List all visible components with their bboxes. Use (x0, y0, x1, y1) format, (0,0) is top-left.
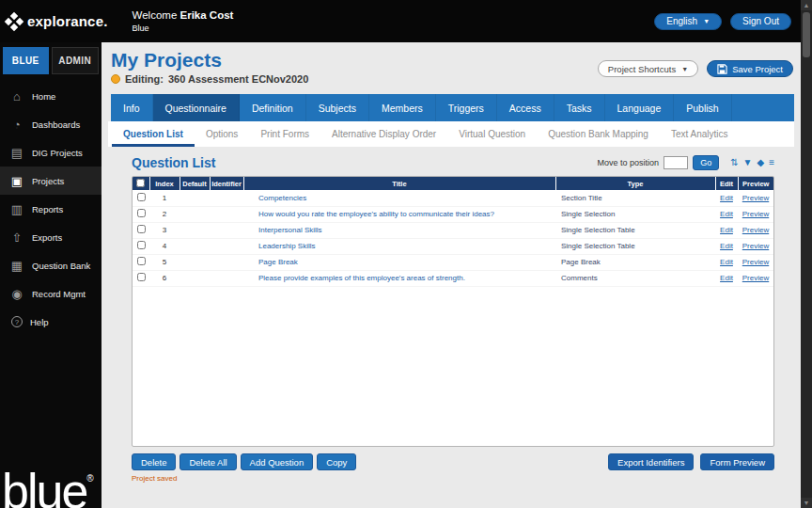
delete-button[interactable]: Delete (132, 453, 176, 470)
edit-link[interactable]: Edit (720, 210, 733, 218)
preview-link[interactable]: Preview (742, 258, 769, 266)
sign-out-button[interactable]: Sign Out (730, 13, 791, 30)
column-header-index[interactable]: Index (149, 177, 180, 190)
tab-language[interactable]: Language (605, 94, 675, 121)
position-input[interactable] (664, 156, 688, 169)
question-title-link[interactable]: Competencies (258, 194, 306, 202)
user-name: Erika Cost (180, 9, 234, 21)
question-list-title: Question List (132, 155, 215, 170)
tab-members[interactable]: Members (369, 94, 436, 121)
column-header-identifier[interactable]: Identifier (210, 177, 243, 190)
tab-subjects[interactable]: Subjects (306, 94, 369, 121)
form-preview-button[interactable]: Form Preview (700, 453, 774, 470)
sidebar: BLUE ADMIN ⌂ Home ◔ Dashboards ▤ DIG Pro… (0, 42, 102, 508)
preview-link[interactable]: Preview (742, 226, 769, 234)
sidebar-item-dashboards[interactable]: ◔ Dashboards (0, 110, 102, 138)
row-checkbox[interactable] (137, 225, 146, 233)
reorder-icon[interactable]: ◆ (757, 158, 764, 167)
collapse-all-icon[interactable]: ▼ (743, 158, 753, 167)
tab-definition[interactable]: Definition (240, 94, 306, 121)
subtab-question-list[interactable]: Question List (112, 121, 195, 147)
row-index: 5 (149, 254, 180, 270)
subtab-alternative-display-order[interactable]: Alternative Display Order (320, 121, 447, 147)
question-title-link[interactable]: Please provide examples of this employee… (258, 274, 465, 282)
language-dropdown[interactable]: English ▼ (654, 13, 722, 30)
project-shortcuts-label: Project Shortcuts (608, 64, 676, 74)
sidebar-item-label: Question Bank (32, 261, 90, 271)
row-index: 4 (149, 238, 180, 254)
tab-questionnaire[interactable]: Questionnaire (153, 94, 240, 121)
sidebar-tab-blue[interactable]: BLUE (3, 47, 49, 74)
question-title-link[interactable]: How would you rate the employee's abilit… (258, 210, 494, 218)
sidebar-item-record-mgmt[interactable]: ◉ Record Mgmt (0, 279, 102, 308)
sidebar-item-dig-projects[interactable]: ▤ DIG Projects (0, 138, 102, 167)
sidebar-item-help[interactable]: ? Help (0, 308, 102, 336)
edit-link[interactable]: Edit (720, 194, 733, 202)
projects-icon: ▣ (9, 175, 24, 187)
add-question-button[interactable]: Add Question (241, 453, 314, 470)
subtab-options[interactable]: Options (195, 121, 249, 147)
sidebar-item-question-bank[interactable]: ▦ Question Bank (0, 251, 102, 279)
dig-projects-icon: ▤ (9, 147, 24, 159)
subtab-virtual-question[interactable]: Virtual Question (447, 121, 537, 147)
subtab-print-forms[interactable]: Print Forms (249, 121, 320, 147)
question-title-link[interactable]: Interpersonal Skills (258, 226, 322, 234)
edit-link[interactable]: Edit (720, 242, 733, 250)
tab-triggers[interactable]: Triggers (436, 94, 497, 121)
topbar: explorance. Welcome Erika Cost Blue Engl… (0, 0, 801, 42)
row-checkbox[interactable] (137, 257, 146, 265)
sidebar-item-exports[interactable]: ⇧ Exports (0, 223, 102, 251)
tab-access[interactable]: Access (497, 94, 554, 121)
edit-link[interactable]: Edit (720, 258, 733, 266)
tab-tasks[interactable]: Tasks (554, 94, 605, 121)
sort-descending-icon[interactable]: ≡ (769, 158, 774, 167)
explorance-diamond-icon (7, 14, 22, 29)
question-type: Comments (555, 270, 715, 286)
app-screen: explorance. Welcome Erika Cost Blue Engl… (0, 0, 812, 508)
subtab-question-bank-mapping[interactable]: Question Bank Mapping (537, 121, 660, 147)
column-header-default[interactable]: Default (180, 177, 210, 190)
scroll-up-arrow-icon[interactable]: ▲ (801, 0, 812, 10)
move-to-position-controls: Move to position Go ⇅ ▼ ◆ ≡ (598, 155, 774, 170)
preview-link[interactable]: Preview (742, 242, 769, 250)
copy-button[interactable]: Copy (317, 453, 356, 470)
question-title-link[interactable]: Leadership Skills (258, 242, 315, 250)
save-disk-icon (717, 64, 727, 74)
column-header-type[interactable]: Type (555, 177, 715, 190)
scroll-down-arrow-icon[interactable]: ▼ (801, 498, 812, 508)
sidebar-item-label: Record Mgmt (32, 289, 86, 299)
tab-publish[interactable]: Publish (674, 94, 731, 121)
edit-link[interactable]: Edit (720, 226, 733, 234)
subtab-text-analytics[interactable]: Text Analytics (660, 121, 740, 147)
page-scrollbar[interactable]: ▲ ▼ (801, 0, 812, 508)
row-identifier (210, 270, 243, 286)
delete-all-button[interactable]: Delete All (180, 453, 236, 470)
sidebar-item-reports[interactable]: ▥ Reports (0, 195, 102, 223)
preview-link[interactable]: Preview (742, 274, 769, 282)
question-title-link[interactable]: Page Break (258, 258, 298, 266)
row-index: 6 (149, 270, 180, 286)
preview-link[interactable]: Preview (742, 210, 769, 218)
row-checkbox[interactable] (137, 193, 146, 201)
go-button[interactable]: Go (693, 155, 719, 170)
table-row: 1 Competencies Section Title Edit Previe… (133, 190, 773, 206)
sidebar-tab-admin[interactable]: ADMIN (52, 47, 100, 74)
column-header-title[interactable]: Title (243, 177, 555, 190)
question-table-container: Index Default Identifier Title Type Edit… (132, 176, 774, 447)
row-checkbox[interactable] (137, 209, 146, 217)
project-shortcuts-button[interactable]: Project Shortcuts ▼ (598, 60, 698, 77)
tab-info[interactable]: Info (111, 94, 153, 121)
sidebar-item-projects[interactable]: ▣ Projects (0, 167, 102, 195)
row-identifier (210, 254, 243, 270)
sort-ascending-icon[interactable]: ⇅ (730, 158, 738, 167)
row-checkbox[interactable] (137, 273, 146, 281)
select-all-checkbox[interactable] (136, 179, 145, 187)
save-project-button[interactable]: Save Project (707, 60, 793, 77)
row-identifier (210, 222, 243, 238)
row-checkbox[interactable] (137, 241, 146, 249)
preview-link[interactable]: Preview (742, 194, 769, 202)
edit-link[interactable]: Edit (720, 274, 733, 282)
scrollbar-thumb[interactable] (803, 12, 810, 57)
export-identifiers-button[interactable]: Export Identifiers (608, 453, 694, 470)
sidebar-item-home[interactable]: ⌂ Home (0, 82, 102, 110)
